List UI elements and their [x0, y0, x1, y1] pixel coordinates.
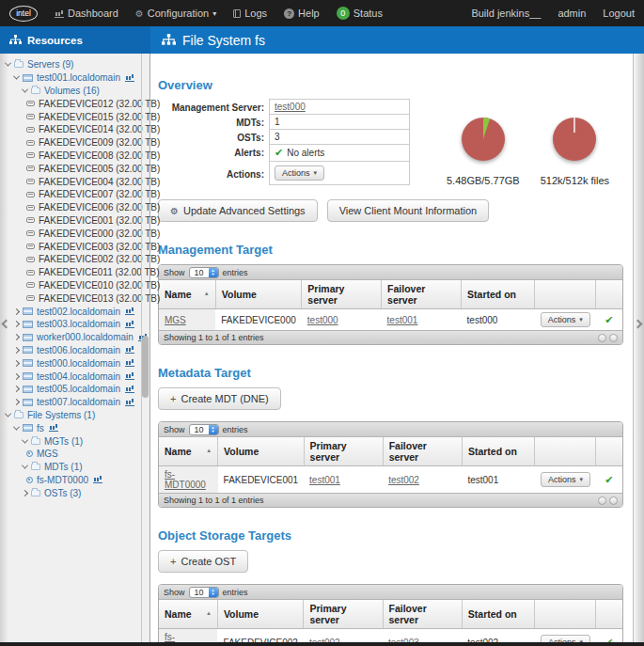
- page-size-select[interactable]: 10 ▲▼: [189, 587, 219, 598]
- overview-actions-button[interactable]: Actions ▾: [275, 165, 324, 181]
- create-ost-button[interactable]: + Create OST: [158, 550, 248, 573]
- tree-item[interactable]: test004.localdomain: [0, 370, 149, 383]
- failover-server-link[interactable]: test002: [388, 475, 419, 485]
- column-header-started[interactable]: Started on: [462, 600, 535, 629]
- tree-item[interactable]: MGS: [0, 448, 149, 461]
- tree-item[interactable]: FAKEDEVICE004 (32.00 TB): [0, 175, 149, 188]
- tree-item-label[interactable]: test004.localdomain: [37, 371, 120, 382]
- collapse-left-handle[interactable]: [0, 54, 8, 642]
- column-header-primary[interactable]: Primary server: [304, 600, 383, 629]
- create-mdt-button[interactable]: + Create MDT (DNE): [158, 387, 281, 410]
- tree-item-label[interactable]: MGS: [37, 449, 58, 459]
- tree-caret-icon[interactable]: [13, 73, 20, 80]
- tree-caret-icon[interactable]: [13, 372, 20, 379]
- tree-caret-icon[interactable]: [22, 463, 28, 469]
- target-link[interactable]: fs-OST0000: [165, 632, 205, 642]
- page-prev-button[interactable]: [598, 496, 606, 505]
- tree-caret-icon[interactable]: [13, 399, 20, 405]
- tree-item[interactable]: worker000.localdomain: [0, 331, 149, 344]
- view-client-mount-button[interactable]: View Client Mount Information: [327, 199, 490, 222]
- collapse-right-handle[interactable]: [633, 54, 644, 642]
- primary-server-link[interactable]: test001: [309, 475, 340, 485]
- nav-dashboard[interactable]: Dashboard: [55, 8, 118, 19]
- tree-item[interactable]: test006.localdomain: [0, 344, 149, 357]
- tree-item-label[interactable]: worker000.localdomain: [37, 332, 134, 342]
- tree-item[interactable]: FAKEDEVICE002 (32.00 TB): [0, 253, 149, 266]
- column-header-name[interactable]: Name▲: [159, 280, 215, 309]
- column-header-primary[interactable]: Primary server: [302, 280, 382, 309]
- chart-link-icon[interactable]: [125, 386, 134, 393]
- tree-caret-icon[interactable]: [22, 436, 28, 443]
- tree-item[interactable]: fs: [0, 421, 149, 434]
- tree-item[interactable]: FAKEDEVICE015 (32.00 TB): [0, 110, 149, 123]
- tree-item-label[interactable]: test003.localdomain: [37, 319, 120, 329]
- column-header-failover[interactable]: Failover server: [383, 600, 462, 629]
- column-header-volume[interactable]: Volume: [217, 600, 303, 629]
- failover-server-link[interactable]: test003: [388, 638, 419, 643]
- chart-link-icon[interactable]: [125, 74, 134, 82]
- tree-item[interactable]: Volumes (16): [0, 85, 149, 98]
- nav-logs[interactable]: Logs: [233, 8, 267, 19]
- tree-item[interactable]: fs-MDT0000: [0, 474, 149, 487]
- management-server-link[interactable]: test000: [275, 102, 306, 112]
- target-link[interactable]: fs-MDT0000: [165, 469, 206, 490]
- tree-caret-icon[interactable]: [22, 490, 28, 496]
- column-header-started[interactable]: Started on: [462, 280, 535, 309]
- primary-server-link[interactable]: test002: [309, 638, 340, 643]
- tree-item[interactable]: FAKEDEVICE013 (32.00 TB): [0, 291, 149, 305]
- row-actions-button[interactable]: Actions▾: [541, 635, 590, 642]
- page-next-button[interactable]: [609, 496, 618, 505]
- tree-item[interactable]: FAKEDEVICE011 (32.00 TB): [0, 266, 149, 279]
- target-link[interactable]: MGS: [165, 315, 186, 325]
- tree-item[interactable]: test003.localdomain: [0, 318, 149, 331]
- column-header-failover[interactable]: Failover server: [382, 280, 462, 309]
- tree-item-label[interactable]: test006.localdomain: [37, 345, 120, 355]
- tree-caret-icon[interactable]: [13, 347, 20, 354]
- page-prev-button[interactable]: [598, 334, 606, 342]
- row-actions-button[interactable]: Actions▾: [541, 472, 590, 487]
- tree-item[interactable]: FAKEDEVICE010 (32.00 TB): [0, 279, 149, 292]
- tree-item[interactable]: FAKEDEVICE003 (32.00 TB): [0, 240, 149, 253]
- user-menu[interactable]: admin: [558, 8, 586, 19]
- tree-item[interactable]: OSTs (3): [0, 486, 149, 499]
- chart-link-icon[interactable]: [125, 307, 134, 315]
- tree-item-label[interactable]: test001.localdomain: [37, 72, 120, 83]
- column-header-failover[interactable]: Failover server: [383, 437, 462, 466]
- primary-server-link[interactable]: test000: [307, 315, 338, 325]
- tree-item[interactable]: test007.localdomain: [0, 396, 149, 409]
- column-header-started[interactable]: Started on: [462, 437, 534, 466]
- tree-item[interactable]: Servers (9): [0, 58, 149, 71]
- tree-item-label[interactable]: test002.localdomain: [37, 307, 120, 317]
- tree-caret-icon[interactable]: [13, 334, 20, 340]
- tree-item[interactable]: FAKEDEVICE007 (32.00 TB): [0, 188, 149, 201]
- nav-help[interactable]: ? Help: [284, 8, 320, 19]
- tree-caret-icon[interactable]: [13, 321, 20, 327]
- tree-item-label[interactable]: MGTs (1): [44, 436, 83, 447]
- chart-link-icon[interactable]: [125, 372, 134, 380]
- update-advanced-settings-button[interactable]: ⚙ Update Advanced Settings: [158, 199, 318, 222]
- tree-item[interactable]: test000.localdomain: [0, 356, 149, 370]
- tree-item[interactable]: FAKEDEVICE014 (32.00 TB): [0, 123, 149, 136]
- logout-link[interactable]: Logout: [603, 8, 635, 19]
- nav-status[interactable]: 0 Status: [337, 7, 383, 20]
- tree-item[interactable]: FAKEDEVICE006 (32.00 TB): [0, 201, 149, 214]
- column-header-primary[interactable]: Primary server: [304, 437, 383, 466]
- chart-link-icon[interactable]: [125, 399, 134, 406]
- column-header-volume[interactable]: Volume: [215, 280, 301, 309]
- intel-logo[interactable]: intel: [9, 6, 38, 22]
- tree-item-label[interactable]: fs: [37, 423, 44, 433]
- tree-item-label[interactable]: OSTs (3): [44, 488, 81, 498]
- page-next-button[interactable]: [609, 334, 618, 342]
- tree-item[interactable]: FAKEDEVICE009 (32.00 TB): [0, 136, 149, 150]
- tree-caret-icon[interactable]: [13, 423, 20, 430]
- tree-caret-icon[interactable]: [22, 87, 28, 93]
- tree-item-label[interactable]: MDTs (1): [44, 462, 83, 472]
- chart-link-icon[interactable]: [49, 424, 58, 432]
- sidebar-scroll-thumb[interactable]: [142, 336, 149, 398]
- tree-item-label[interactable]: Volumes (16): [44, 86, 100, 96]
- nav-configuration[interactable]: ⚙ Configuration ▾: [135, 8, 216, 19]
- column-header-name[interactable]: Name▲: [159, 600, 217, 629]
- tree-item[interactable]: FAKEDEVICE001 (32.00 TB): [0, 214, 149, 228]
- chart-link-icon[interactable]: [125, 359, 134, 367]
- tree-item-label[interactable]: test005.localdomain: [37, 384, 120, 394]
